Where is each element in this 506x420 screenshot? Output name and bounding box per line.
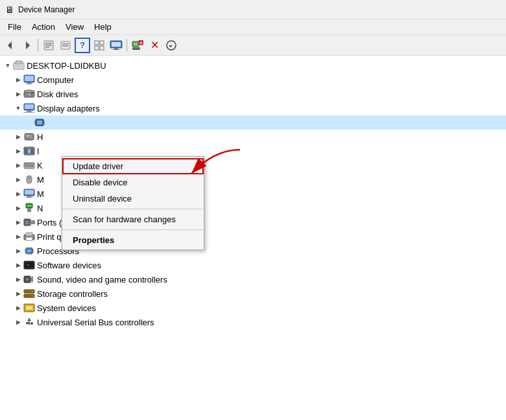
tree-item-display-child[interactable]: [0, 115, 506, 130]
svg-rect-29: [27, 82, 31, 84]
root-label: DESKTOP-LDIDKBU: [27, 61, 106, 71]
tree-item-usb[interactable]: ▶ Universal Serial Bus controllers: [0, 315, 506, 329]
svg-rect-14: [112, 42, 121, 47]
svg-rect-69: [27, 205, 32, 207]
ports-icon: [23, 217, 35, 228]
svg-rect-60: [32, 163, 34, 165]
svg-point-51: [30, 137, 32, 138]
usb-icon: [23, 317, 35, 327]
svg-point-73: [25, 221, 27, 222]
expand-icon-keyboards: ▶: [13, 160, 23, 170]
expand-icon-network: ▶: [13, 203, 23, 213]
system-icon: [23, 303, 35, 313]
svg-rect-12: [100, 46, 104, 50]
svg-rect-26: [15, 64, 23, 68]
svg-point-76: [27, 223, 29, 224]
expand-icon-usb: ▶: [13, 317, 23, 327]
tree-item-hid[interactable]: ▶ H: [0, 130, 506, 144]
expand-icon-display: ▼: [13, 103, 23, 113]
svg-text:>_: >_: [27, 262, 32, 268]
svg-rect-39: [23, 112, 35, 113]
storage-icon: [23, 288, 35, 299]
processor-icon: [23, 246, 35, 256]
toolbar-btn-add[interactable]: +: [130, 38, 145, 53]
display-label: Display adapters: [37, 104, 100, 113]
svg-rect-7: [62, 43, 69, 45]
tree-item-software[interactable]: ▶ >_ Software devices: [0, 258, 506, 272]
ctx-uninstall-device[interactable]: Uninstall device: [62, 191, 204, 207]
svg-rect-70: [27, 209, 31, 212]
svg-rect-21: [132, 47, 140, 50]
menu-action[interactable]: Action: [27, 21, 60, 33]
title-bar: 🖥 Device Manager: [0, 0, 506, 19]
print-icon: [23, 231, 35, 242]
title-bar-icon: 🖥: [5, 5, 14, 15]
context-menu: Update driver Disable device Uninstall d…: [62, 156, 204, 250]
ctx-sep-1: [62, 209, 204, 209]
expand-icon-software: ▶: [13, 260, 23, 270]
tree-item-disk[interactable]: ▶ Disk drives: [0, 87, 506, 101]
ctx-sep-2: [62, 229, 204, 230]
svg-rect-15: [115, 48, 117, 49]
mice-label: M: [37, 175, 44, 185]
svg-rect-11: [95, 46, 99, 50]
ctx-properties[interactable]: Properties: [62, 232, 204, 248]
forward-button[interactable]: [19, 38, 35, 53]
display-icon: [23, 103, 35, 113]
mouse-icon: [23, 174, 35, 185]
svg-rect-4: [45, 45, 52, 46]
svg-rect-28: [25, 76, 34, 81]
toolbar-btn-properties[interactable]: [41, 38, 56, 53]
tree-item-sound[interactable]: ▶ Sound, video and game controllers: [0, 272, 506, 286]
svg-rect-59: [30, 163, 32, 165]
svg-rect-16: [113, 49, 119, 50]
menu-help[interactable]: Help: [89, 21, 117, 33]
menu-view[interactable]: View: [60, 21, 89, 33]
tree-item-computer[interactable]: ▶ Computer: [0, 73, 506, 87]
main-content[interactable]: ▼ DESKTOP-LDIDKBU ▶ Computer ▶: [0, 56, 506, 420]
toolbar-btn-monitor[interactable]: [108, 38, 124, 53]
expand-icon-ide: ▶: [13, 146, 23, 156]
expand-icon-storage: ▶: [13, 288, 23, 299]
svg-text:+: +: [139, 40, 142, 45]
svg-rect-37: [27, 110, 31, 111]
tree-item-system[interactable]: ▶ System devices: [0, 301, 506, 315]
svg-point-34: [29, 93, 30, 95]
svg-rect-72: [24, 219, 30, 226]
svg-rect-79: [26, 233, 32, 236]
ctx-scan-changes[interactable]: Scan for hardware changes: [62, 211, 204, 228]
toolbar-btn-download[interactable]: [163, 38, 179, 53]
system-label: System devices: [37, 303, 96, 313]
svg-point-50: [30, 135, 32, 136]
svg-point-32: [24, 90, 34, 93]
svg-rect-65: [25, 190, 34, 194]
tree-root[interactable]: ▼ DESKTOP-LDIDKBU: [0, 58, 506, 73]
toolbar-btn-help[interactable]: ?: [75, 38, 90, 53]
svg-rect-3: [45, 43, 52, 44]
expand-icon-system: ▶: [13, 303, 23, 313]
toolbar: ? + ✕: [0, 35, 506, 56]
sound-icon: [23, 274, 35, 285]
tree-item-display[interactable]: ▼ Display adapters: [0, 101, 506, 115]
expand-icon-processors: ▶: [13, 246, 23, 256]
keyboards-label: K: [37, 161, 43, 170]
toolbar-btn-list[interactable]: [58, 38, 73, 53]
svg-rect-66: [27, 196, 31, 197]
svg-rect-8: [62, 45, 69, 47]
toolbar-btn-grid[interactable]: [91, 38, 107, 53]
expand-icon-root: ▼: [3, 60, 13, 71]
software-label: Software devices: [37, 261, 101, 270]
expand-icon-mice: ▶: [13, 174, 23, 185]
expand-icon-print: ▶: [13, 231, 23, 242]
software-icon: >_: [23, 260, 35, 270]
ctx-disable-device[interactable]: Disable device: [62, 174, 204, 191]
toolbar-btn-uninstall[interactable]: ✕: [147, 38, 162, 53]
back-button[interactable]: [3, 38, 18, 53]
ctx-update-driver[interactable]: Update driver: [62, 158, 204, 174]
svg-rect-18: [134, 43, 138, 45]
menu-file[interactable]: File: [3, 21, 27, 33]
tree-item-storage[interactable]: ▶ Storage controllers: [0, 286, 506, 301]
svg-rect-10: [100, 41, 104, 45]
svg-rect-109: [27, 307, 32, 309]
svg-point-102: [27, 279, 28, 280]
